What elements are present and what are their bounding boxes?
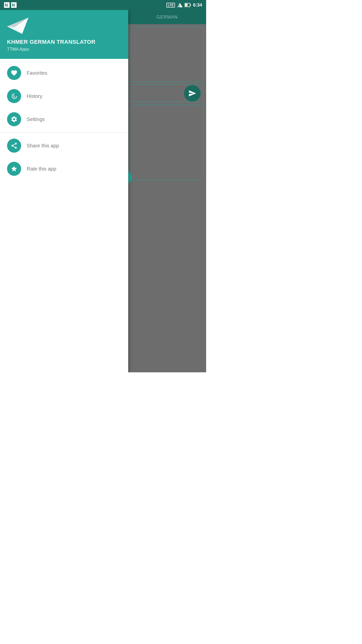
svg-marker-5 [180, 3, 183, 7]
svg-line-16 [13, 146, 15, 147]
svg-marker-12 [15, 18, 28, 34]
share-label: Share this app [27, 143, 59, 149]
n-icon-2: N [11, 2, 17, 8]
drawer-divider [0, 132, 128, 133]
svg-line-17 [13, 144, 15, 145]
rate-icon-circle [7, 162, 21, 176]
history-label: History [27, 93, 42, 99]
input-box[interactable] [131, 27, 204, 82]
time-display: 6:34 [193, 3, 202, 8]
output-box[interactable] [131, 105, 204, 180]
drawer-items: Favorites History [0, 59, 128, 372]
share-icon-circle [7, 139, 21, 153]
drawer-item-history[interactable]: History [0, 85, 128, 108]
svg-text:N: N [12, 3, 15, 8]
app-subtitle: TTMA Apps [7, 47, 121, 52]
heart-icon [11, 69, 18, 76]
status-bar-left: N N [4, 2, 17, 8]
right-panel-content [128, 24, 206, 372]
svg-text:N: N [5, 3, 8, 8]
share-icon [11, 142, 18, 149]
app-title: KHMER GERMAN TRANSLATOR [7, 39, 121, 45]
favorites-label: Favorites [27, 70, 47, 76]
app-logo [7, 18, 30, 35]
drawer-item-share[interactable]: Share this app [0, 134, 128, 157]
battery-icon: ⚡ [185, 3, 191, 7]
send-button[interactable] [184, 85, 201, 102]
svg-text:⚡: ⚡ [186, 4, 189, 7]
right-panel: GERMAN [128, 10, 206, 372]
settings-label: Settings [27, 116, 45, 122]
svg-rect-7 [190, 4, 191, 6]
main-layout: KHMER GERMAN TRANSLATOR TTMA Apps Favori… [0, 10, 206, 372]
drawer-item-favorites[interactable]: Favorites [0, 61, 128, 85]
drawer-item-settings[interactable]: Settings [0, 108, 128, 131]
nav-drawer: KHMER GERMAN TRANSLATOR TTMA Apps Favori… [0, 10, 128, 372]
n-icon-1: N [4, 2, 10, 8]
svg-point-14 [12, 145, 13, 147]
settings-icon-circle [7, 112, 21, 126]
rate-label: Rate this app [27, 166, 56, 172]
star-icon [11, 165, 18, 172]
clock-icon [11, 93, 18, 100]
lte-badge: LTE [166, 3, 175, 8]
svg-point-15 [15, 147, 17, 149]
history-icon-circle [7, 89, 21, 103]
drawer-header: KHMER GERMAN TRANSLATOR TTMA Apps [0, 10, 128, 59]
gear-icon [11, 116, 18, 123]
status-bar-right: LTE ⚡ 6:34 [166, 3, 202, 8]
send-icon [188, 89, 196, 97]
right-panel-header: GERMAN [128, 10, 206, 24]
signal-icon [177, 3, 183, 7]
right-panel-title: GERMAN [156, 15, 178, 20]
drawer-item-rate[interactable]: Rate this app [0, 157, 128, 180]
status-bar: N N LTE ⚡ 6:34 [0, 0, 206, 10]
favorites-icon-circle [7, 66, 21, 80]
svg-point-13 [15, 143, 17, 144]
